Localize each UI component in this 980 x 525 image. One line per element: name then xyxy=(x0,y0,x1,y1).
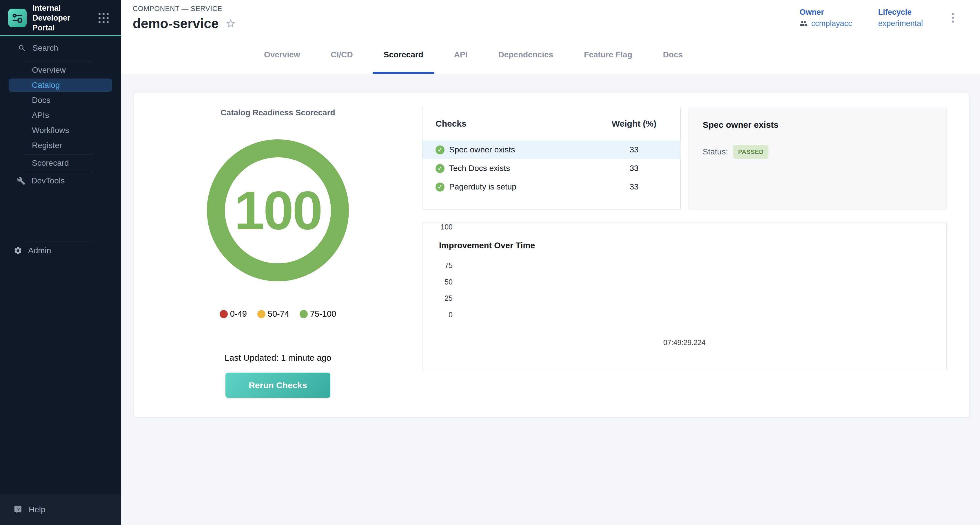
svg-text:?: ? xyxy=(17,506,20,511)
y-axis-tick: 50 xyxy=(435,278,453,286)
sidebar-item-devtools[interactable]: DevTools xyxy=(0,173,121,188)
legend-dot-green xyxy=(300,310,308,318)
lifecycle-label: Lifecycle xyxy=(878,8,923,17)
entity-meta: Owner ccmplayacc Lifecycle experimental xyxy=(799,8,957,28)
sidebar: Internal Developer Portal Search Overvie… xyxy=(0,0,121,525)
owner-value: ccmplayacc xyxy=(811,19,852,28)
brand: Internal Developer Portal xyxy=(0,0,121,30)
search-label: Search xyxy=(32,43,58,53)
lifecycle-block: Lifecycle experimental xyxy=(878,8,923,28)
group-icon xyxy=(799,19,808,27)
sidebar-item-apis[interactable]: APIs xyxy=(0,108,121,123)
y-axis-tick: 75 xyxy=(435,261,453,270)
apps-grid-icon[interactable] xyxy=(99,13,109,23)
checks-title: Checks xyxy=(436,119,601,129)
help-chat-icon: ? xyxy=(14,505,23,514)
tab-scorecard[interactable]: Scorecard xyxy=(373,36,434,74)
check-circle-icon: ✓ xyxy=(436,183,444,191)
entity-tabbar: Overview CI/CD Scorecard API Dependencie… xyxy=(121,36,980,74)
last-updated-text: Last Updated: 1 minute ago xyxy=(224,353,331,363)
gauge-title: Catalog Readiness Scorecard xyxy=(221,108,335,117)
legend-item-low: 0-49 xyxy=(220,309,247,319)
help-label: Help xyxy=(29,505,46,514)
gear-icon xyxy=(14,246,22,255)
sidebar-item-help[interactable]: ? Help xyxy=(0,501,46,518)
sidebar-item-admin[interactable]: Admin xyxy=(0,242,121,259)
favorite-star-icon[interactable] xyxy=(225,18,236,29)
sidebar-nav: Overview Catalog Docs APIs Workflows Reg… xyxy=(0,63,121,153)
wrench-icon xyxy=(17,177,25,185)
tab-cicd[interactable]: CI/CD xyxy=(320,36,364,74)
weight-header: Weight (%) xyxy=(601,119,667,129)
checks-panel: Checks Weight (%) ✓ Spec owner exists 33… xyxy=(422,107,681,210)
legend-item-mid: 50-74 xyxy=(257,309,289,319)
sidebar-item-workflows[interactable]: Workflows xyxy=(0,123,121,138)
status-label: Status: xyxy=(703,147,728,156)
x-axis-tick: 07:49:29.224 xyxy=(663,339,706,347)
legend-dot-yellow xyxy=(257,310,266,318)
score-value: 100 xyxy=(234,179,321,242)
more-options-kebab-icon[interactable] xyxy=(949,10,957,25)
owner-label: Owner xyxy=(799,8,852,17)
legend-label: 75-100 xyxy=(310,309,336,319)
improvement-chart-panel: Improvement Over Time 100 75 50 25 0 07:… xyxy=(422,223,947,370)
tab-feature-flag[interactable]: Feature Flag xyxy=(573,36,643,74)
legend-item-high: 75-100 xyxy=(300,309,336,319)
legend-dot-red xyxy=(220,310,228,318)
divider xyxy=(25,154,92,154)
chart-title: Improvement Over Time xyxy=(439,241,535,250)
sidebar-item-overview[interactable]: Overview xyxy=(0,63,121,78)
sidebar-item-docs[interactable]: Docs xyxy=(0,93,121,108)
check-row-spec-owner[interactable]: ✓ Spec owner exists 33 xyxy=(423,140,680,159)
y-axis-tick: 0 xyxy=(435,310,453,319)
owner-link[interactable]: ccmplayacc xyxy=(799,19,852,28)
sidebar-spacer xyxy=(0,188,121,240)
sidebar-item-catalog[interactable]: Catalog xyxy=(9,78,112,92)
tab-api[interactable]: API xyxy=(443,36,479,74)
check-circle-icon: ✓ xyxy=(436,164,444,173)
rerun-checks-button[interactable]: Rerun Checks xyxy=(226,372,330,398)
main-area: COMPONENT — SERVICE demo-service Owner c xyxy=(121,0,980,525)
entity-header: COMPONENT — SERVICE demo-service Owner c xyxy=(121,0,980,36)
owner-block: Owner ccmplayacc xyxy=(799,8,852,28)
sidebar-footer: ? Help xyxy=(0,494,121,525)
sidebar-item-scorecard[interactable]: Scorecard xyxy=(0,156,121,171)
score-legend: 0-49 50-74 75-100 xyxy=(220,309,336,319)
legend-label: 0-49 xyxy=(230,309,247,319)
tab-dependencies[interactable]: Dependencies xyxy=(487,36,564,74)
gauge-column: Catalog Readiness Scorecard 100 0-49 50-… xyxy=(134,93,422,417)
check-row-pagerduty[interactable]: ✓ Pagerduty is setup 33 xyxy=(423,178,680,196)
status-badge: PASSED xyxy=(733,145,768,159)
y-axis-tick: 25 xyxy=(435,294,453,302)
entity-kind-breadcrumb: COMPONENT — SERVICE xyxy=(133,5,236,13)
lifecycle-value: experimental xyxy=(878,19,923,28)
app-window: Internal Developer Portal Search Overvie… xyxy=(0,0,980,525)
check-detail-title: Spec owner exists xyxy=(703,120,932,130)
check-circle-icon: ✓ xyxy=(436,145,444,154)
details-column: Checks Weight (%) ✓ Spec owner exists 33… xyxy=(422,93,969,417)
score-gauge-ring: 100 xyxy=(207,139,349,282)
legend-label: 50-74 xyxy=(268,309,289,319)
admin-label: Admin xyxy=(28,246,51,255)
sidebar-search[interactable]: Search xyxy=(0,36,121,60)
devtools-label: DevTools xyxy=(31,176,65,185)
scorecard-card: Catalog Readiness Scorecard 100 0-49 50-… xyxy=(133,93,969,417)
brand-title: Internal Developer Portal xyxy=(32,3,92,33)
sidebar-item-register[interactable]: Register xyxy=(0,138,121,153)
portal-logo-icon xyxy=(8,9,27,27)
check-detail-panel: Spec owner exists Status: PASSED xyxy=(689,107,947,210)
checks-header-row: Checks Weight (%) xyxy=(423,107,680,129)
tab-overview[interactable]: Overview xyxy=(253,36,311,74)
check-row-tech-docs[interactable]: ✓ Tech Docs exists 33 xyxy=(423,159,680,178)
tab-docs[interactable]: Docs xyxy=(652,36,694,74)
page-title: demo-service xyxy=(133,16,219,31)
search-icon xyxy=(18,44,26,52)
entity-title-block: COMPONENT — SERVICE demo-service xyxy=(133,5,236,31)
tab-content: Catalog Readiness Scorecard 100 0-49 50-… xyxy=(121,74,980,525)
y-axis-tick: 100 xyxy=(435,223,453,231)
